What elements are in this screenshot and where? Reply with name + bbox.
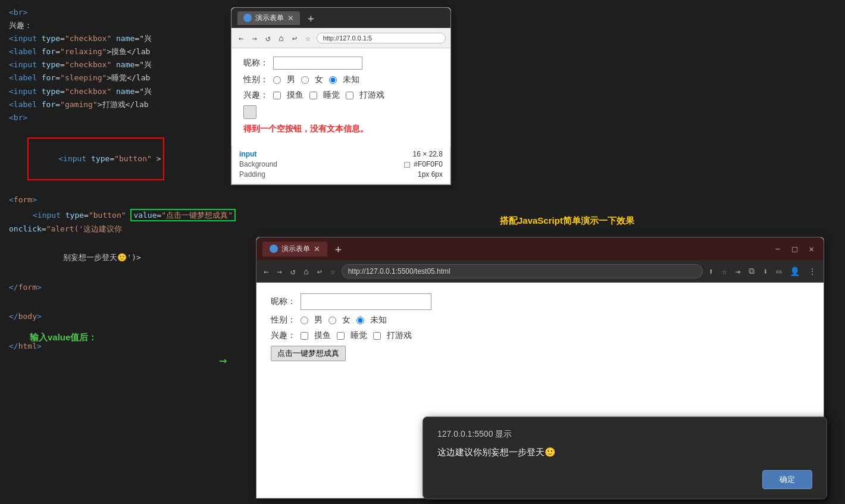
refresh-icon[interactable]: ↺ [263,32,273,44]
close-window-icon[interactable]: ✕ [806,243,818,255]
radio-male-small[interactable] [273,76,281,84]
top-code-editor: <br> 兴趣： <input type="checkbox" name="兴 … [0,0,229,196]
cb-fishing-small[interactable] [273,92,281,99]
bookmark-icon[interactable]: ☆ [303,32,312,44]
url-bar-small[interactable]: http://127.0.0.1:5 [317,33,446,43]
form-row-button-big [271,346,809,361]
history-icon[interactable]: ↩ [290,32,299,44]
radio-female-big[interactable] [328,317,336,324]
cb-sleeping-big[interactable] [337,332,345,340]
nickname-input-big[interactable] [301,293,431,310]
back-icon[interactable]: ← [236,32,246,44]
nickname-label: 昵称： [243,58,268,68]
maximize-icon[interactable]: □ [788,243,800,255]
gender-radio-group: 男 女 未知 [273,74,359,85]
forward-icon[interactable]: → [249,32,259,44]
cb-gaming-small[interactable] [346,92,353,99]
browser-big-titlebar: 演示表单 ✕ + − □ ✕ [256,237,824,260]
browser-big-toolbar: ← → ↺ ⌂ ↩ ☆ http://127.0.0.1:5500/test05… [256,260,824,283]
back-icon-big[interactable]: ← [261,265,271,277]
radio-male-label-big: 男 [314,315,323,325]
form-row-hobby: 兴趣： 摸鱼 睡觉 打游戏 [243,90,439,101]
radio-female-label-small: 女 [315,74,323,85]
alert-title: 127.0.0.1:5500 显示 [437,429,812,440]
alert-buttons: 确定 [437,470,812,489]
alert-dialog: 127.0.0.1:5500 显示 这边建议你别妄想一步登天🙂 确定 [422,417,827,499]
cb-gaming-big[interactable] [373,332,381,340]
download-icon[interactable]: ⬇ [760,265,770,277]
dream-button-big[interactable] [271,346,346,361]
code-line-label-sleeping: <label for="sleeping">睡觉</lab [9,71,220,84]
tab-close-big-icon[interactable]: ✕ [314,245,320,253]
radio-male-label-small: 男 [287,74,295,85]
browser-big-content: 昵称： 性别： 男 女 未知 兴趣： 摸鱼 睡觉 打游戏 [256,283,824,377]
home-icon[interactable]: ⌂ [276,32,286,44]
url-text-small: http://127.0.0.1:5 [323,35,373,42]
radio-female-small[interactable] [301,76,309,84]
radio-unknown-big[interactable] [356,317,364,324]
minimize-icon[interactable]: − [772,243,784,255]
inspector-bg-value: #F0F0F0 [404,160,443,168]
alert-ok-button[interactable]: 确定 [762,470,812,489]
inspector-row-element: input 16 × 22.8 [239,150,443,158]
code-line-input-button-value: <input type="button" value="点击一键梦想成真" on… [9,208,247,236]
hobby-checkbox-group: 摸鱼 睡觉 打游戏 [273,90,384,101]
new-tab-icon[interactable]: + [308,12,314,24]
tab-favicon [243,14,252,22]
radio-female-label-big: 女 [342,315,350,325]
inspector-padding-value: 1px 6px [418,170,443,179]
history-icon-big[interactable]: ↩ [315,265,324,277]
radio-unknown-small[interactable] [329,76,337,84]
inspector-size: 16 × 22.8 [413,150,443,158]
browser-big-tab[interactable]: 演示表单 ✕ [262,242,327,256]
cb-fishing-big[interactable] [301,332,308,340]
code-line-input-checkbox3: <input type="checkbox" name="兴 [9,85,220,98]
forward-icon-big[interactable]: → [274,265,284,277]
gender-radio-group-big: 男 女 未知 [301,315,387,325]
bookmark-icon-big[interactable]: ☆ [328,265,337,277]
tabs-icon[interactable]: ⇥ [733,265,743,277]
sidebar-icon[interactable]: ▭ [774,265,784,277]
empty-button-small[interactable] [243,105,256,119]
url-bar-big[interactable]: http://127.0.0.1:5500/test05.html [342,264,703,278]
cb-sleeping-label-small: 睡觉 [323,90,340,101]
browser-small-titlebar: 演示表单 ✕ + [231,8,450,28]
code-line-form-end: </form> [9,280,247,295]
hobby-checkbox-group-big: 摸鱼 睡觉 打游戏 [301,330,412,341]
cb-fishing-label-big: 摸鱼 [314,330,331,341]
share-icon[interactable]: ⬆ [706,265,716,277]
code-line-input-checkbox2: <input type="checkbox" name="兴 [9,58,220,71]
arrow-right-icon: → [219,353,227,368]
menu-icon[interactable]: ⋮ [806,265,819,277]
gender-label: 性别： [243,74,268,85]
home-icon-big[interactable]: ⌂ [301,265,311,277]
tab-close-icon[interactable]: ✕ [287,14,294,23]
window-controls: − □ ✕ [772,243,818,255]
cb-sleeping-label-big: 睡觉 [350,330,367,341]
form-row-nickname-big: 昵称： [271,293,809,310]
profile-icon[interactable]: 👤 [787,265,802,277]
form-row-gender-big: 性别： 男 女 未知 [271,315,809,325]
cb-sleeping-small[interactable] [309,92,317,99]
gender-label-big: 性别： [271,315,296,325]
code-line-body-end: </body> [9,309,247,324]
form-row-nickname: 昵称： [243,57,439,70]
refresh-icon-big[interactable]: ↺ [288,265,298,277]
browser-small-content: 昵称： 性别： 男 女 未知 兴趣： 摸鱼 睡觉 打游戏 得到一个空按钮，没有文… [231,48,450,146]
code-indent [9,211,33,220]
nickname-input-small[interactable] [273,57,362,70]
split-icon[interactable]: ⧉ [746,265,757,277]
bottom-code-editor: <input type="button" value="点击一键梦想成真" on… [0,202,256,405]
code-line-empty1 [9,295,247,310]
bookmark2-icon[interactable]: ☆ [719,265,729,277]
annotation-with-value: 输入value值后： [30,332,97,343]
code-line-label-relaxing: <label for="relaxing">摸鱼</lab [9,45,220,58]
code-line-hobby-label: 兴趣： [9,19,220,32]
browser-big-tab-title: 演示表单 [281,244,310,254]
radio-male-big[interactable] [301,317,308,324]
url-text-big: http://127.0.0.1:5500/test05.html [348,267,450,276]
browser-small-tab-title: 演示表单 [255,13,284,23]
form-row-gender: 性别： 男 女 未知 [243,74,439,85]
new-tab-big-icon[interactable]: + [335,243,342,255]
browser-small-tab[interactable]: 演示表单 ✕ [237,11,300,25]
